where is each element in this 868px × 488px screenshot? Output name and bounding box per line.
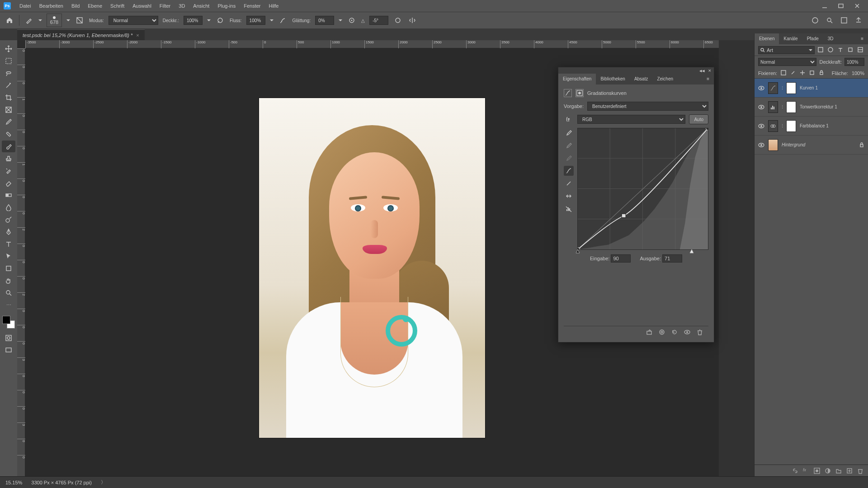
pressure-opacity-icon[interactable] bbox=[215, 15, 225, 25]
delete-layer-icon[interactable] bbox=[857, 468, 863, 474]
flow-field[interactable]: 100% bbox=[246, 16, 265, 25]
shape-tool-icon[interactable] bbox=[2, 263, 15, 274]
doc-info[interactable]: 3300 Px × 4765 Px (72 ppi) bbox=[31, 480, 92, 485]
heal-tool-icon[interactable] bbox=[2, 128, 15, 140]
panel-menu-icon[interactable]: ≡ bbox=[856, 33, 868, 44]
eraser-tool-icon[interactable] bbox=[2, 177, 15, 189]
filter-shape-icon[interactable] bbox=[847, 47, 854, 54]
tab-ebenen[interactable]: Ebenen bbox=[755, 33, 779, 44]
curves-graph[interactable] bbox=[577, 128, 708, 250]
menu-bild[interactable]: Bild bbox=[67, 0, 84, 12]
target-adjust-icon[interactable] bbox=[564, 114, 574, 124]
layer-name[interactable]: Farbbalance 1 bbox=[800, 123, 864, 128]
dodge-tool-icon[interactable] bbox=[2, 214, 15, 225]
mask-thumb[interactable] bbox=[786, 120, 796, 132]
chevron-down-icon[interactable] bbox=[339, 19, 342, 22]
clip-to-layer-icon[interactable] bbox=[646, 329, 653, 336]
zoom-tool-icon[interactable] bbox=[2, 287, 15, 299]
tab-zeichen[interactable]: Zeichen bbox=[652, 74, 678, 84]
cloud-docs-icon[interactable] bbox=[810, 15, 820, 25]
pen-tool-icon[interactable] bbox=[2, 226, 15, 238]
tool-preset-icon[interactable] bbox=[24, 15, 34, 25]
arrange-docs-icon[interactable] bbox=[839, 15, 849, 25]
toggle-visibility-mask-icon[interactable] bbox=[659, 329, 666, 336]
filter-pixel-icon[interactable] bbox=[817, 47, 825, 54]
reset-icon[interactable] bbox=[671, 329, 679, 336]
window-minimize-icon[interactable] bbox=[817, 2, 832, 10]
adjustment-thumb-icon[interactable] bbox=[768, 120, 778, 132]
crop-tool-icon[interactable] bbox=[2, 92, 15, 103]
frame-tool-icon[interactable] bbox=[2, 104, 15, 116]
doc-info-chevron-icon[interactable]: 〉 bbox=[101, 479, 106, 486]
lock-all-icon[interactable] bbox=[819, 70, 825, 76]
fill-field[interactable]: 100% bbox=[852, 70, 864, 76]
layer-opacity-field[interactable]: 100% bbox=[844, 58, 864, 66]
smooth-curve-icon[interactable] bbox=[564, 191, 574, 201]
vertical-ruler[interactable]: 00010001000200020003000300 bbox=[17, 48, 25, 476]
layer-name[interactable]: Kurven 1 bbox=[800, 85, 864, 90]
marquee-tool-icon[interactable] bbox=[2, 55, 15, 67]
symmetry-icon[interactable] bbox=[407, 15, 417, 25]
blur-tool-icon[interactable] bbox=[2, 202, 15, 213]
close-tab-icon[interactable]: × bbox=[136, 33, 139, 38]
search-icon[interactable] bbox=[825, 15, 835, 25]
trash-icon[interactable] bbox=[697, 329, 704, 336]
chevron-down-icon[interactable] bbox=[38, 19, 42, 22]
stamp-tool-icon[interactable] bbox=[2, 153, 15, 164]
type-tool-icon[interactable] bbox=[2, 238, 15, 250]
document-tab[interactable]: test.psdc bei 15,2% (Kurven 1, Ebenenmas… bbox=[17, 29, 145, 40]
image-thumb[interactable] bbox=[768, 139, 778, 151]
window-close-icon[interactable] bbox=[850, 2, 864, 10]
lasso-tool-icon[interactable] bbox=[2, 67, 15, 79]
menu-3d[interactable]: 3D bbox=[175, 0, 189, 12]
menu-ebene[interactable]: Ebene bbox=[84, 0, 106, 12]
chevron-down-icon[interactable] bbox=[270, 19, 274, 22]
visibility-icon[interactable] bbox=[758, 123, 764, 129]
clip-histogram-icon[interactable] bbox=[564, 204, 574, 214]
airbrush-icon[interactable] bbox=[278, 15, 288, 25]
layer-row[interactable]: Hintergrund bbox=[755, 136, 868, 155]
link-mask-icon[interactable]: ⋮ bbox=[780, 85, 784, 91]
move-tool-icon[interactable] bbox=[2, 43, 15, 55]
filter-type-icon[interactable] bbox=[837, 47, 844, 54]
toggle-adjustment-icon[interactable] bbox=[684, 329, 691, 336]
chevron-down-icon[interactable] bbox=[66, 19, 70, 22]
window-maximize-icon[interactable] bbox=[834, 2, 848, 10]
layer-blend-select[interactable]: Normal bbox=[758, 58, 816, 66]
adjustment-thumb-icon[interactable] bbox=[768, 101, 778, 113]
link-mask-icon[interactable]: ⋮ bbox=[780, 104, 784, 110]
menu-datei[interactable]: Datei bbox=[15, 0, 35, 12]
lock-position-icon[interactable] bbox=[790, 70, 796, 76]
brush-tool-icon[interactable] bbox=[2, 141, 15, 152]
link-layers-icon[interactable] bbox=[792, 468, 798, 474]
menu-ansicht[interactable]: Ansicht bbox=[189, 0, 213, 12]
layer-row[interactable]: ⋮ Tonwertkorrektur 1 bbox=[755, 98, 868, 117]
color-swatch[interactable] bbox=[2, 316, 15, 328]
layer-row[interactable]: ⋮ Kurven 1 bbox=[755, 79, 868, 98]
panel-collapse-icon[interactable]: ◂◂ bbox=[699, 68, 705, 74]
path-select-tool-icon[interactable] bbox=[2, 250, 15, 262]
visibility-icon[interactable] bbox=[758, 104, 764, 110]
quickmask-icon[interactable] bbox=[2, 332, 15, 344]
filter-smart-icon[interactable] bbox=[857, 47, 864, 54]
input-field[interactable]: 90 bbox=[611, 254, 631, 263]
menu-bearbeiten[interactable]: Bearbeiten bbox=[35, 0, 67, 12]
tab-3d[interactable]: 3D bbox=[823, 33, 838, 44]
home-icon[interactable] bbox=[5, 15, 14, 25]
lock-pixels-icon[interactable] bbox=[781, 70, 787, 76]
blend-mode-select[interactable]: Normal bbox=[108, 16, 158, 25]
tab-absatz[interactable]: Absatz bbox=[630, 74, 653, 84]
history-brush-tool-icon[interactable] bbox=[2, 165, 15, 177]
lock-move-icon[interactable] bbox=[800, 70, 806, 76]
brush-panel-toggle-icon[interactable] bbox=[75, 15, 85, 25]
opacity-field[interactable]: 100% bbox=[184, 16, 203, 25]
output-field[interactable]: 71 bbox=[662, 254, 682, 263]
horizontal-ruler[interactable]: -3500-3000-2500-2000-1500-1000-500050010… bbox=[25, 40, 719, 48]
channel-select[interactable]: RGB bbox=[577, 115, 685, 124]
lock-artboard-icon[interactable] bbox=[809, 70, 815, 76]
screenmode-icon[interactable] bbox=[2, 344, 15, 356]
menu-hilfe[interactable]: Hilfe bbox=[264, 0, 283, 12]
chevron-down-icon[interactable] bbox=[207, 19, 211, 22]
filter-adjust-icon[interactable] bbox=[827, 47, 835, 54]
layer-name[interactable]: Tonwertkorrektur 1 bbox=[800, 104, 864, 109]
